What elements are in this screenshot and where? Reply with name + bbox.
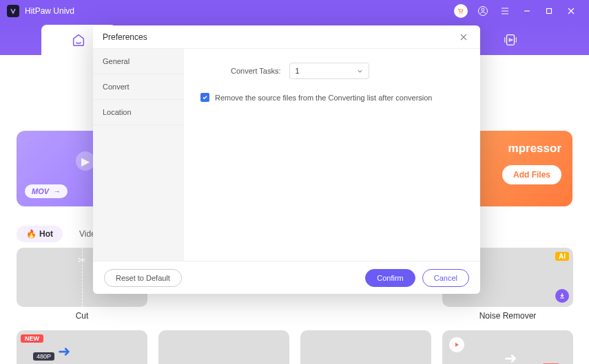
cancel-button[interactable]: Cancel	[422, 269, 469, 287]
card-background-remover[interactable]: Background Remover	[300, 330, 431, 364]
titlebar: HitPaw Univd	[0, 0, 589, 22]
preferences-body: General Convert Location Convert Tasks: …	[93, 49, 480, 261]
filter-hot[interactable]: 🔥Hot	[17, 226, 63, 242]
reset-default-button[interactable]: Reset to Default	[104, 269, 182, 287]
chevron-down-icon	[357, 68, 363, 74]
card-bg-thumb	[300, 330, 431, 364]
download-icon[interactable]	[555, 289, 569, 303]
reel-icon	[503, 32, 518, 47]
home-icon	[71, 32, 86, 47]
maximize-icon	[545, 7, 553, 15]
ai-badge: AI	[555, 252, 569, 261]
convert-tasks-select[interactable]: 1	[289, 63, 369, 79]
card-editor[interactable]: Editor	[158, 330, 289, 364]
account-button[interactable]	[472, 0, 494, 22]
card-enh-thumb: NEW 480P ➜	[17, 330, 147, 364]
card-video-enhancer[interactable]: NEW 480P ➜ Video Enhancer	[17, 330, 147, 364]
maximize-button[interactable]	[538, 0, 560, 22]
checkbox-checked-icon	[200, 93, 209, 102]
filter-hot-label: Hot	[39, 229, 53, 239]
sidebar-item-convert[interactable]: Convert	[93, 74, 184, 100]
flame-icon: 🔥	[26, 229, 37, 239]
svg-rect-4	[547, 9, 552, 14]
tools-row-2: NEW 480P ➜ Video Enhancer Editor Backgro…	[17, 330, 573, 364]
cart-icon	[454, 4, 468, 18]
app-title: HitPaw Univd	[25, 6, 450, 16]
minimize-icon	[523, 7, 531, 15]
svg-point-0	[459, 12, 461, 14]
menu-button[interactable]	[494, 0, 516, 22]
card-noise-label: Noise Remover	[442, 311, 573, 321]
add-files-button[interactable]: Add Files	[502, 165, 561, 184]
card-editor-thumb	[158, 330, 289, 364]
minimize-button[interactable]	[516, 0, 538, 22]
mov-label: MOV	[32, 187, 49, 195]
card-video-to-gif[interactable]: ➜ GIF Video to GIF	[442, 330, 573, 364]
card-gif-thumb: ➜ GIF	[442, 330, 573, 364]
nav-tab-media[interactable]	[473, 25, 548, 55]
convert-tasks-value: 1	[296, 67, 300, 75]
arrow-icon: ➜	[58, 343, 70, 361]
card-cut-label: Cut	[17, 311, 147, 321]
user-icon	[477, 6, 488, 17]
close-button[interactable]	[560, 0, 582, 22]
confirm-button[interactable]: Confirm	[365, 269, 415, 287]
new-badge: NEW	[21, 334, 43, 343]
svg-point-3	[482, 8, 484, 11]
preferences-header: Preferences	[93, 25, 480, 49]
preferences-dialog: Preferences General Convert Location Con…	[93, 25, 480, 294]
scissors-icon: ✂	[78, 255, 86, 266]
preferences-title: Preferences	[103, 32, 457, 42]
svg-point-1	[462, 12, 463, 14]
remove-source-label: Remove the source files from the Convert…	[215, 94, 432, 102]
mov-format-chip: MOV→	[25, 184, 68, 198]
menu-icon	[500, 6, 510, 16]
play-overlay-icon	[449, 337, 464, 352]
resolution-chip: 480P	[33, 352, 54, 361]
close-icon	[567, 7, 575, 15]
sidebar-item-location[interactable]: Location	[93, 100, 184, 125]
preferences-footer: Reset to Default Confirm Cancel	[93, 261, 480, 294]
preferences-close-button[interactable]	[457, 30, 471, 44]
convert-tasks-label: Convert Tasks:	[231, 67, 281, 75]
cart-button[interactable]	[450, 0, 472, 22]
app-logo	[7, 5, 19, 17]
sidebar-item-general[interactable]: General	[93, 49, 184, 74]
preferences-sidebar: General Convert Location	[93, 49, 184, 261]
preferences-content: Convert Tasks: 1 Remove the source files…	[184, 49, 480, 261]
arrow-icon: ➜	[504, 350, 517, 364]
play-icon: ▶	[76, 151, 95, 171]
close-icon	[459, 33, 468, 41]
remove-source-checkbox[interactable]: Remove the source files from the Convert…	[200, 93, 464, 102]
